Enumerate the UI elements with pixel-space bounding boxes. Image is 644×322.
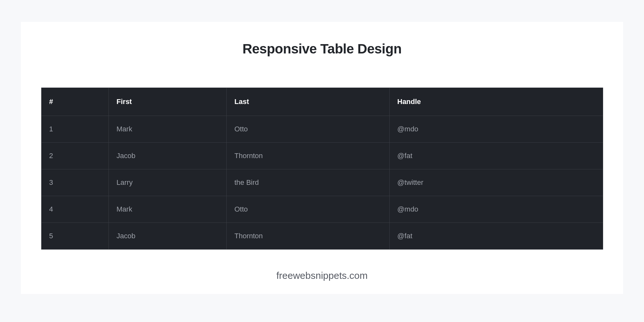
page-title: Responsive Table Design (21, 41, 623, 57)
cell-last: Thornton (227, 143, 390, 169)
table-row: 2JacobThornton@fat (41, 143, 603, 169)
cell-handle: @fat (389, 143, 603, 169)
cell-index: 2 (41, 143, 109, 169)
table-row: 4MarkOtto@mdo (41, 196, 603, 223)
table-head: # First Last Handle (41, 88, 603, 116)
cell-handle: @mdo (389, 196, 603, 223)
table-row: 1MarkOtto@mdo (41, 116, 603, 143)
cell-last: Otto (227, 116, 390, 143)
col-header-index: # (41, 88, 109, 116)
cell-first: Mark (109, 196, 226, 223)
table-row: 5JacobThornton@fat (41, 223, 603, 250)
content-card: Responsive Table Design # First Last Han… (21, 22, 623, 294)
cell-first: Mark (109, 116, 226, 143)
footer-credit: freewebsnippets.com (21, 270, 623, 281)
cell-handle: @fat (389, 223, 603, 250)
cell-index: 5 (41, 223, 109, 250)
cell-first: Larry (109, 169, 226, 196)
col-header-last: Last (227, 88, 390, 116)
cell-index: 3 (41, 169, 109, 196)
table-row: 3Larrythe Bird@twitter (41, 169, 603, 196)
table-container: # First Last Handle 1MarkOtto@mdo2JacobT… (41, 88, 603, 250)
col-header-handle: Handle (389, 88, 603, 116)
cell-handle: @twitter (389, 169, 603, 196)
col-header-first: First (109, 88, 226, 116)
cell-last: Otto (227, 196, 390, 223)
table-header-row: # First Last Handle (41, 88, 603, 116)
cell-index: 1 (41, 116, 109, 143)
cell-first: Jacob (109, 223, 226, 250)
cell-last: Thornton (227, 223, 390, 250)
cell-first: Jacob (109, 143, 226, 169)
table-body: 1MarkOtto@mdo2JacobThornton@fat3Larrythe… (41, 116, 603, 250)
cell-handle: @mdo (389, 116, 603, 143)
cell-index: 4 (41, 196, 109, 223)
data-table: # First Last Handle 1MarkOtto@mdo2JacobT… (41, 88, 603, 250)
cell-last: the Bird (227, 169, 390, 196)
